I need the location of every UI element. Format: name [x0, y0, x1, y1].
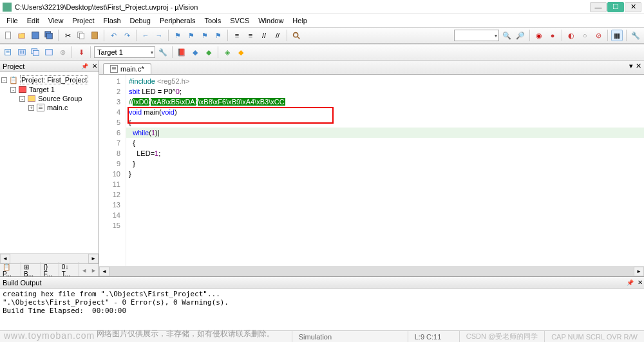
status-indicators: CAP NUM SCRL OVR R/W	[544, 331, 644, 342]
tree-root-label[interactable]: Project: First_Project	[20, 75, 88, 84]
svg-rect-1	[32, 32, 39, 39]
save-icon[interactable]	[30, 30, 41, 41]
open-file-icon[interactable]	[16, 30, 28, 41]
status-cursor: L:9 C:11	[408, 331, 459, 342]
breakpoint-insert-icon[interactable]: ●	[547, 30, 558, 41]
panel-close-icon[interactable]: ✕	[638, 279, 643, 286]
code-editor[interactable]: 123456789101112131415 #include <reg52.h>…	[99, 75, 644, 266]
undo-icon[interactable]: ↶	[108, 30, 119, 41]
bookmark-next-icon[interactable]: ⚑	[199, 30, 211, 41]
project-tree[interactable]: - 📋 Project: First_Project - Target 1 - …	[0, 72, 99, 253]
pack-installer-icon[interactable]: ◈	[222, 46, 233, 58]
manage-components-icon[interactable]: ◆	[189, 46, 201, 58]
editor-tab-active[interactable]: main.c*	[103, 63, 151, 74]
build-icon[interactable]	[16, 46, 28, 58]
translate-icon[interactable]	[3, 46, 14, 58]
nav-back-icon[interactable]: ←	[140, 30, 151, 41]
incremental-find-icon[interactable]: 🔎	[515, 30, 526, 41]
menu-flash[interactable]: Flash	[100, 15, 125, 26]
minimize-button[interactable]: —	[590, 2, 607, 12]
save-all-icon[interactable]	[43, 30, 55, 41]
tree-expander[interactable]: -	[1, 77, 7, 83]
project-panel-title: Project 📌 ✕	[0, 61, 99, 72]
tree-expander[interactable]: -	[10, 87, 16, 93]
code-line[interactable]: while(1)|	[126, 128, 644, 138]
copy-icon[interactable]	[75, 30, 87, 41]
code-line[interactable]: sbit LED = P0^0;	[126, 86, 644, 97]
cut-icon[interactable]: ✂	[62, 30, 73, 41]
code-line[interactable]: {	[126, 117, 644, 128]
nav-fwd-icon[interactable]: →	[153, 30, 165, 41]
download-icon[interactable]: ⬇	[75, 46, 87, 58]
svg-rect-12	[33, 50, 39, 55]
svg-rect-13	[46, 50, 53, 55]
bookmark-icon[interactable]: ⚑	[172, 30, 184, 41]
tree-expander[interactable]: +	[28, 105, 34, 111]
stop-build-icon[interactable]: ⊗	[57, 46, 68, 58]
editor-tabs: main.c* ▾ ✕	[99, 61, 644, 75]
uncomment-icon[interactable]: //	[272, 30, 283, 41]
menu-svcs[interactable]: SVCS	[226, 15, 253, 26]
editor-close-icon[interactable]: ✕	[636, 62, 641, 70]
menu-view[interactable]: View	[44, 15, 68, 26]
debug-icon[interactable]: ◉	[533, 30, 545, 41]
status-simulation: Simulation	[292, 331, 408, 342]
batch-build-icon[interactable]	[43, 46, 55, 58]
indent-icon[interactable]: ≡	[231, 30, 243, 41]
editor-area: main.c* ▾ ✕ 123456789101112131415 #inclu…	[99, 61, 644, 276]
target-selector[interactable]: Target 1	[94, 46, 155, 58]
breakpoint-kill-icon[interactable]: ⊘	[592, 30, 604, 41]
maximize-button[interactable]: ☐	[607, 2, 624, 12]
menu-tools[interactable]: Tools	[201, 15, 225, 26]
select-packs-icon[interactable]: ◆	[203, 46, 214, 58]
find-icon[interactable]	[290, 30, 302, 41]
tree-group-label[interactable]: Source Group	[38, 95, 82, 102]
outdent-icon[interactable]: ≡	[245, 30, 256, 41]
code-line[interactable]: }	[126, 169, 644, 179]
tree-file-label[interactable]: main.c	[47, 104, 68, 111]
configure-icon[interactable]: 🔧	[630, 30, 641, 41]
code-line[interactable]: //\xD0;\xA8\xB5\xDA;\xB8\xF6\xB9\xA4\xB3…	[126, 97, 644, 107]
breakpoint-disable-icon[interactable]: ○	[579, 30, 591, 41]
manage-rte-icon[interactable]: ◆	[235, 46, 247, 58]
editor-hscroll[interactable]: ◄►	[99, 266, 644, 276]
menu-debug[interactable]: Debug	[126, 15, 155, 26]
bookmark-clear-icon[interactable]: ⚑	[213, 30, 224, 41]
menu-window[interactable]: Window	[254, 15, 287, 26]
menu-peripherals[interactable]: Peripherals	[156, 15, 200, 26]
build-output-title-label: Build Output	[3, 279, 42, 287]
menu-file[interactable]: File	[3, 15, 22, 26]
code-line[interactable]: LED=1;	[126, 148, 644, 158]
code-line[interactable]: {	[126, 138, 644, 148]
editor-dropdown-icon[interactable]: ▾	[629, 62, 633, 70]
code-content[interactable]: #include <reg52.h>sbit LED = P0^0;//\xD0…	[126, 75, 644, 266]
options-icon[interactable]: 🔧	[157, 46, 169, 58]
pin-icon[interactable]: 📌	[627, 280, 634, 286]
comment-icon[interactable]: //	[258, 30, 270, 41]
tree-target-label[interactable]: Target 1	[29, 86, 55, 93]
pin-icon[interactable]: 📌	[81, 63, 88, 70]
bookmark-prev-icon[interactable]: ⚑	[185, 30, 197, 41]
rebuild-icon[interactable]	[30, 46, 41, 58]
find-combo[interactable]	[454, 30, 499, 41]
paste-icon[interactable]	[89, 30, 100, 41]
panel-close-icon[interactable]: ✕	[92, 62, 97, 70]
menu-help[interactable]: Help	[289, 15, 311, 26]
menu-project[interactable]: Project	[68, 15, 98, 26]
redo-icon[interactable]: ↷	[121, 30, 133, 41]
close-button[interactable]: ✕	[625, 2, 641, 12]
code-line[interactable]: void main(void)	[126, 107, 644, 117]
build-output-text[interactable]: creating hex file from ".\Objects\First_…	[0, 289, 644, 330]
code-line[interactable]: }	[126, 158, 644, 169]
tree-expander[interactable]: -	[19, 96, 25, 102]
build-output-panel: Build Output 📌 ✕ creating hex file from …	[0, 276, 644, 330]
project-panel-tabs: 📋 P...⊞ B...{} F...0↓ T...◄►	[0, 263, 99, 276]
file-icon	[110, 65, 118, 73]
new-file-icon[interactable]	[3, 30, 14, 41]
code-line[interactable]: #include <reg52.h>	[126, 76, 644, 86]
menu-edit[interactable]: Edit	[23, 15, 43, 26]
breakpoint-enable-icon[interactable]: ◐	[565, 30, 577, 41]
find-in-files-icon[interactable]: 🔍	[501, 30, 513, 41]
manage-books-icon[interactable]: 📕	[176, 46, 187, 58]
window-icon[interactable]: ▦	[611, 30, 623, 41]
